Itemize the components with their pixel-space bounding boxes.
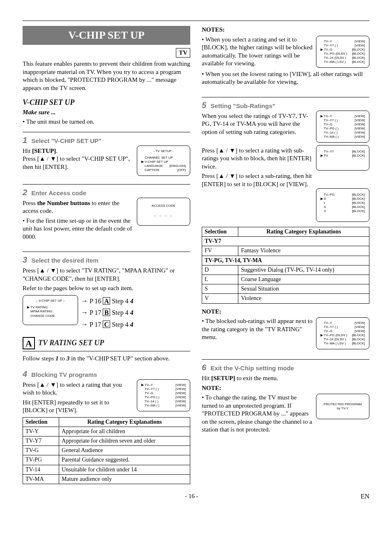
step4-header: 4 Blocking TV programs [23,366,190,379]
step2-header: 2 Enter Access code [23,184,190,198]
make-sure: Make sure ... [23,108,190,117]
step2-title: Enter Access code [31,189,86,196]
t2-h2: Rating Category Explanations [238,227,369,237]
left-column: V-CHIP SET UP TV This feature enables pa… [23,26,190,484]
page-title: V-CHIP SET UP [23,26,190,45]
vchip-heading: V-CHIP SET UP [23,98,190,107]
step5-osd1: ▶TV–Y[VIEW]TV–Y7 ( )[VIEW]TV–G[VIEW]TV–P… [316,111,369,143]
step3-diagram-wrap: – V-CHIP SET UP – ▶TV RATINGMPAA RATINGC… [23,295,190,330]
section-a-heading: TV RATING SET UP [38,338,104,348]
make-sure-list: The unit must be turned on. [23,118,190,126]
step1-num: 1 [23,136,27,145]
step4-osd: ▶TV–Y[VIEW]TV–Y7 ( )[VIEW]TV–G[VIEW]TV–P… [137,379,190,411]
rating-table-1: Selection Rating Category Explanations T… [23,417,190,484]
step3-osd: – V-CHIP SET UP – ▶TV RATINGMPAA RATINGC… [23,295,78,325]
t2-g1: TV-Y7 [202,237,369,246]
step1-body2: Press [▲ / ▼] to select "V-CHIP SET UP",… [23,155,130,170]
step1-header: 1 Select "V-CHIP SET UP" [23,132,190,145]
step2-osd: ACCESS CODE – – – – [137,198,190,226]
t2-r1e: Fantasy Violence [238,246,369,256]
note2-osd: TV–Y[VIEW]TV–Y7 ( )[VIEW]TV–G[VIEW]▶TV–P… [316,317,369,349]
step6-note-h: NOTE: [202,384,369,392]
rating-table-2: Selection Rating Category Explanations T… [202,227,369,304]
step2-num: 2 [23,188,27,197]
step3-num: 3 [23,255,27,264]
note-2: When you set the lowest rating to [VIEW]… [202,70,369,86]
step5-p3: Press [▲ / ▼] to select a sub-rating, th… [202,172,369,188]
step6-num: 6 [202,363,206,372]
step3-body2: Refer to the pages below to set up each … [23,284,190,293]
t1-h1: Selection [23,417,59,427]
step3-osd-title: – V-CHIP SET UP – [27,299,74,303]
step6-osd: PROTECTED PROGRAM by TV-Y [316,394,369,419]
note-heading-2: NOTE: [202,308,369,316]
step6-osd-t1: PROTECTED PROGRAM [319,402,367,406]
page-root: V-CHIP SET UP TV This feature enables pa… [23,21,369,484]
step3-links: → P 16 A Step 4 4→ P 17 B Step 4 4→ P 17… [81,295,134,330]
step3-header: 3 Select the desired item [23,252,190,265]
step5-osd3: TV–PG[BLOCK]▶D[BLOCK]L[BLOCK]S[BLOCK]V[B… [316,188,369,222]
step1-osd-title: - TV SETUP - [141,149,186,153]
step1-title: Select "V-CHIP SET UP" [31,137,101,144]
t2-h1: Selection [202,227,238,237]
step6-title: Exit the V-Chip setting mode [210,365,294,372]
section-a-row: A TV RATING SET UP [23,337,190,351]
t1-h2: Rating Category Explanations [59,417,190,427]
section-letter-a: A [23,337,35,349]
step3-body: Press [▲ / ▼] to select "TV RATING", "MP… [23,267,190,283]
section-a-intro: Follow steps 1 to 3 in the "V-CHIP SET U… [23,355,190,363]
step5-num: 5 [202,101,206,110]
step2-osd-code: – – – – [141,214,187,218]
step6-header: 6 Exit the V-Chip setting mode [202,359,369,373]
step5-osd2: TV–Y7[BLOCK]▶FV[BLOCK] [316,145,369,171]
step5-header: 5 Setting "Sub-Ratings" [202,97,369,111]
intro-text: This feature enables parents to prevent … [23,60,190,92]
t2-r1s: FV [202,246,238,256]
notes-osd: TV–Y[VIEW]TV–Y7 ( )[VIEW]▶TV–G[BLOCK]TV–… [316,36,369,68]
step3-title: Select the desired item [31,257,98,264]
step2-osd-title: ACCESS CODE [141,204,187,208]
make-sure-item: The unit must be turned on. [23,118,190,126]
step6-body: Hit [SETUP] to exit the menu. [202,374,369,383]
step1-osd: - TV SETUP - CHANNEL SET UP▶V-CHIP SET U… [137,145,190,176]
step4-num: 4 [23,369,27,379]
t2-g2: TV-PG, TV-14, TV-MA [202,256,369,265]
notes-heading: NOTES: [202,26,369,34]
right-column: NOTES: TV–Y[VIEW]TV–Y7 ( )[VIEW]▶TV–G[BL… [202,26,369,484]
step6-osd-t2: by TV-Y [319,406,367,411]
en-label: EN [361,492,369,501]
step4-title: Blocking TV programs [31,371,97,378]
step5-title: Setting "Sub-Ratings" [210,102,275,109]
tv-badge: TV [176,48,190,58]
page-number: - 16 - [23,492,369,501]
